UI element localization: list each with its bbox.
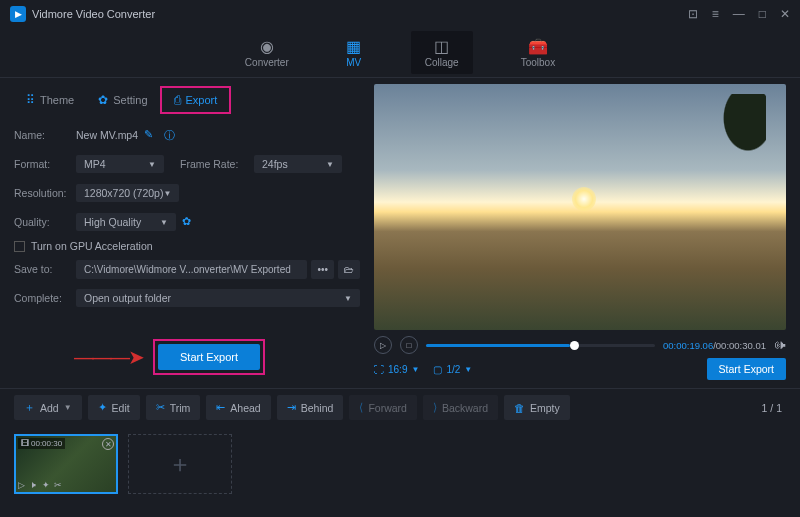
video-preview[interactable] [374,84,786,330]
gpu-checkbox[interactable] [14,241,25,252]
app-title: Vidmore Video Converter [32,8,155,20]
gpu-label: Turn on GPU Acceleration [31,240,153,252]
format-select[interactable]: MP4▼ [76,155,164,173]
behind-button[interactable]: ⇥Behind [277,395,344,420]
close-icon[interactable]: ✕ [780,7,790,21]
play-button[interactable]: ▷ [374,336,392,354]
volume-icon[interactable]: 🕪 [774,338,786,352]
start-export-small-button[interactable]: Start Export [707,358,786,380]
subtab-export[interactable]: ⎙ Export [160,86,232,114]
stop-button[interactable]: □ [400,336,418,354]
tab-mv[interactable]: ▦ MV [337,33,371,72]
clip-mute-icon[interactable]: 🕨 [29,480,38,490]
clip-trim-icon[interactable]: ✂ [54,480,62,490]
add-clip-button[interactable]: ＋ [128,434,232,494]
zoom-select[interactable]: ▢ 1/2 ▼ [433,364,472,375]
tab-toolbox[interactable]: 🧰 Toolbox [513,33,563,72]
export-icon: ⎙ [174,93,181,107]
time-current: 00:00:19.06 [663,340,713,351]
edit-button[interactable]: ✦Edit [88,395,140,420]
tab-converter[interactable]: ◉ Converter [237,33,297,72]
minimize-icon[interactable]: — [733,7,745,21]
app-logo: ▶ [10,6,26,22]
name-label: Name: [14,129,76,141]
subtab-setting[interactable]: ✿ Setting [86,86,159,114]
mv-icon: ▦ [345,37,363,55]
scissors-icon: ✂ [156,401,165,414]
info-icon[interactable]: ⓘ [164,128,178,142]
arrow-annotation: ———➤ [74,345,143,369]
trim-button[interactable]: ✂Trim [146,395,201,420]
ahead-icon: ⇤ [216,401,225,414]
maximize-icon[interactable]: □ [759,7,766,21]
resolution-label: Resolution: [14,187,76,199]
menu-icon[interactable]: ≡ [712,7,719,21]
feedback-icon[interactable]: ⊡ [688,7,698,21]
backward-icon: ⟩ [433,401,437,414]
complete-select[interactable]: Open output folder▼ [76,289,360,307]
film-icon: 🎞 [21,439,29,448]
saveto-label: Save to: [14,263,76,275]
tab-collage[interactable]: ◫ Collage [411,31,473,74]
zoom-icon: ▢ [433,364,442,375]
forward-icon: ⟨ [359,401,363,414]
aspect-ratio-select[interactable]: ⛶ 16:9 ▼ [374,364,419,375]
quality-label: Quality: [14,216,76,228]
complete-label: Complete: [14,292,76,304]
timeline-clip[interactable]: 🎞00:00:30 ✕ ▷ 🕨 ✦ ✂ [14,434,118,494]
subtab-theme[interactable]: ⠿ Theme [14,86,86,114]
converter-icon: ◉ [258,37,276,55]
time-total: /00:00:30.01 [713,340,766,351]
setting-icon: ✿ [98,93,108,107]
clip-edit-icon[interactable]: ✦ [42,480,50,490]
progress-bar[interactable] [426,344,655,347]
forward-button[interactable]: ⟨Forward [349,395,417,420]
trash-icon: 🗑 [514,402,525,414]
wand-icon: ✦ [98,401,107,414]
aspect-icon: ⛶ [374,364,384,375]
backward-button[interactable]: ⟩Backward [423,395,498,420]
page-indicator: 1 / 1 [762,402,786,414]
plus-icon: ＋ [24,400,35,415]
framerate-label: Frame Rate: [180,158,248,170]
format-label: Format: [14,158,76,170]
open-folder-icon[interactable]: 🗁 [338,260,360,279]
clip-play-icon[interactable]: ▷ [18,480,25,490]
resolution-select[interactable]: 1280x720 (720p)▼ [76,184,179,202]
saveto-path: C:\Vidmore\Widmore V...onverter\MV Expor… [76,260,307,279]
highlight-annotation: Start Export [153,339,265,375]
browse-button[interactable]: ••• [311,260,334,279]
start-export-button[interactable]: Start Export [158,344,260,370]
empty-button[interactable]: 🗑Empty [504,395,570,420]
theme-icon: ⠿ [26,93,35,107]
quality-settings-icon[interactable]: ✿ [182,215,196,229]
add-button[interactable]: ＋Add▼ [14,395,82,420]
framerate-select[interactable]: 24fps▼ [254,155,342,173]
clip-duration: 00:00:30 [31,439,62,448]
collage-icon: ◫ [433,37,451,55]
edit-name-icon[interactable]: ✎ [144,128,158,142]
name-value: New MV.mp4 [76,129,138,141]
ahead-button[interactable]: ⇤Ahead [206,395,270,420]
behind-icon: ⇥ [287,401,296,414]
quality-select[interactable]: High Quality▼ [76,213,176,231]
toolbox-icon: 🧰 [529,37,547,55]
clip-remove-icon[interactable]: ✕ [102,438,114,450]
